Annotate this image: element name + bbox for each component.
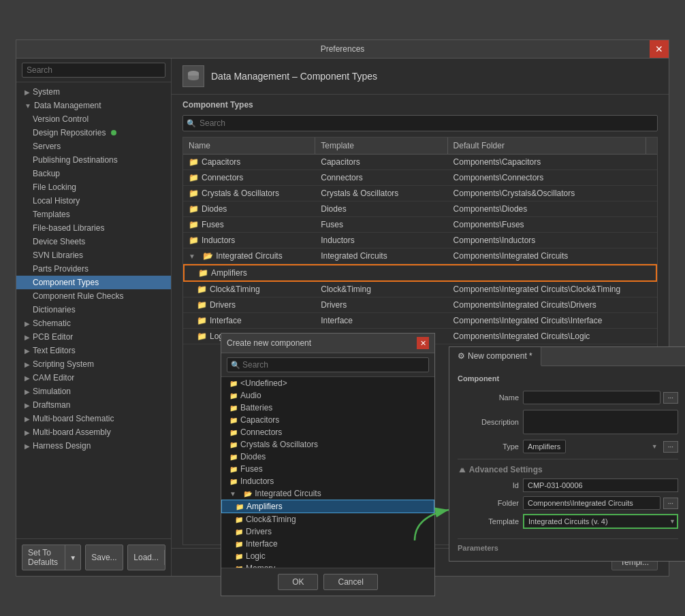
- set-to-defaults-button[interactable]: Set To Defaults ▼: [22, 545, 81, 570]
- nc-template-select[interactable]: Integrated Circuits (v. 4): [523, 514, 678, 529]
- nc-folder-input-row: ···: [523, 496, 678, 510]
- sidebar-item-draftsman[interactable]: ▶ Draftsman: [16, 398, 171, 412]
- table-row[interactable]: ▼ 📂Integrated Circuits Integrated Circui…: [183, 248, 657, 264]
- nc-id-input[interactable]: [523, 479, 678, 492]
- save-label[interactable]: Save...: [86, 550, 123, 565]
- create-ok-button[interactable]: OK: [278, 574, 318, 590]
- create-dialog-close[interactable]: ✕: [417, 337, 429, 349]
- sidebar-item-sim[interactable]: ▶ Simulation: [16, 385, 171, 398]
- nc-folder-input[interactable]: [523, 496, 660, 510]
- sidebar-item-cam[interactable]: ▶ CAM Editor: [16, 371, 171, 385]
- sidebar-item-device-sheets[interactable]: Device Sheets: [16, 235, 171, 248]
- sidebar-search-input[interactable]: [22, 63, 165, 78]
- nc-name-input[interactable]: [523, 391, 660, 404]
- table-row[interactable]: 📁Interface Interface Components\Integrat…: [183, 313, 657, 329]
- sidebar-item-system[interactable]: ▶ System: [16, 85, 171, 99]
- sidebar-item-svn-libraries[interactable]: SVN Libraries: [16, 248, 171, 262]
- nc-tab-new-component[interactable]: ⚙ New component *: [449, 347, 541, 366]
- create-cancel-button[interactable]: Cancel: [323, 574, 377, 590]
- sidebar-item-backup[interactable]: Backup: [16, 167, 171, 180]
- sidebar-item-scripting[interactable]: ▶ Scripting System: [16, 357, 171, 371]
- sidebar-item-local-history[interactable]: Local History: [16, 194, 171, 208]
- cell-name: 📁Diodes: [183, 201, 315, 216]
- create-search-input[interactable]: [227, 357, 429, 372]
- table-row[interactable]: 📁Connectors Connectors Components\Connec…: [183, 170, 657, 186]
- nc-desc-textarea[interactable]: [523, 410, 678, 434]
- sidebar-item-multiboard-sch[interactable]: ▶ Multi-board Schematic: [16, 412, 171, 425]
- nc-type-select[interactable]: Amplifiers: [523, 440, 566, 453]
- table-row[interactable]: 📁Diodes Diodes Components\Diodes: [183, 201, 657, 217]
- sidebar-label-sim: Simulation: [33, 387, 71, 396]
- nc-component-section: Component: [458, 374, 678, 383]
- cell-template: Diodes: [315, 201, 447, 216]
- title-bar: Preferences ✕: [16, 40, 669, 59]
- dtree-memory[interactable]: 📁Memory: [221, 562, 434, 568]
- sidebar-item-dicts[interactable]: Dictionaries: [16, 303, 171, 317]
- table-row[interactable]: 📁Clock&Timing Clock&Timing Components\In…: [183, 282, 657, 297]
- sidebar-item-publishing[interactable]: Publishing Destinations: [16, 153, 171, 167]
- folder-icon: 📁: [197, 285, 207, 294]
- database-icon: [187, 69, 200, 83]
- sidebar-item-harness[interactable]: ▶ Harness Design: [16, 439, 171, 453]
- table-row[interactable]: 📁Drivers Drivers Components\Integrated C…: [183, 297, 657, 313]
- dtree-undefined[interactable]: 📁<Undefined>: [221, 377, 434, 389]
- dtree-ic[interactable]: ▼ 📂Integrated Circuits: [221, 487, 434, 500]
- dtree-inductors[interactable]: 📁Inductors: [221, 475, 434, 487]
- dtree-diodes[interactable]: 📁Diodes: [221, 451, 434, 463]
- nc-name-dots-button[interactable]: ···: [663, 392, 678, 404]
- dtree-fuses[interactable]: 📁Fuses: [221, 463, 434, 475]
- dtree-batteries[interactable]: 📁Batteries: [221, 402, 434, 414]
- sidebar-item-component-types[interactable]: Component Types: [16, 276, 171, 289]
- sidebar-item-schematic[interactable]: ▶ Schematic: [16, 317, 171, 330]
- sidebar-item-text-editors[interactable]: ▶ Text Editors: [16, 344, 171, 357]
- save-arrow[interactable]: ▼: [123, 551, 124, 564]
- tree-arrow-scr: ▶: [25, 361, 30, 368]
- sidebar-item-version-control[interactable]: Version Control: [16, 112, 171, 126]
- dtree-crystals[interactable]: 📁Crystals & Oscillators: [221, 438, 434, 451]
- dtree-logic[interactable]: 📁Logic: [221, 550, 434, 562]
- col-scrollbar: [646, 137, 658, 154]
- load-arrow[interactable]: ▼: [165, 551, 165, 564]
- table-row[interactable]: 📁Capacitors Capacitors Components\Capaci…: [183, 155, 657, 170]
- table-row-amplifiers[interactable]: 📁Amplifiers: [183, 264, 657, 282]
- arrow-path: [415, 510, 449, 540]
- sidebar-item-data-management[interactable]: ▼ Data Management: [16, 99, 171, 112]
- set-defaults-arrow[interactable]: ▼: [65, 551, 80, 564]
- cell-scroll: [646, 186, 657, 201]
- sidebar-item-design-repos[interactable]: Design Repositories: [16, 126, 171, 140]
- load-label[interactable]: Load...: [128, 550, 165, 565]
- cell-scroll: [646, 313, 657, 328]
- save-button[interactable]: Save... ▼: [85, 545, 123, 570]
- nc-name-input-row: ···: [523, 391, 678, 404]
- search-icon: 🔍: [187, 119, 196, 128]
- set-defaults-label[interactable]: Set To Defaults: [22, 545, 65, 570]
- sidebar-item-multiboard-asm[interactable]: ▶ Multi-board Assembly: [16, 425, 171, 439]
- sidebar-item-file-libraries[interactable]: File-based Libraries: [16, 221, 171, 235]
- tree-arrow-hd: ▶: [25, 442, 30, 450]
- nc-folder-dots-button[interactable]: ···: [663, 498, 678, 509]
- dialog-close-button[interactable]: ✕: [650, 40, 669, 58]
- sidebar-label-local-history: Local History: [33, 196, 80, 206]
- sidebar-label-dr: Design Repositories: [33, 128, 106, 137]
- folder-icon-sm: 📁: [229, 441, 238, 449]
- nc-name-label: Name: [458, 393, 519, 402]
- sidebar-item-crc[interactable]: Component Rule Checks: [16, 289, 171, 303]
- cell-template: Inductors: [315, 233, 447, 248]
- load-button[interactable]: Load... ▼: [127, 545, 165, 570]
- expand-arrow: ▼: [189, 253, 195, 260]
- dtree-capacitors[interactable]: 📁Capacitors: [221, 414, 434, 426]
- nc-type-dots-button[interactable]: ···: [663, 441, 678, 453]
- tree-arrow-dm: ▼: [25, 102, 31, 110]
- cell-folder: Components\Integrated Circuits\Logic: [448, 329, 646, 344]
- sidebar-item-templates[interactable]: Templates: [16, 208, 171, 221]
- sidebar-item-file-locking[interactable]: File Locking: [16, 180, 171, 194]
- table-row[interactable]: 📁Crystals & Oscillators Crystals & Oscil…: [183, 186, 657, 201]
- dtree-audio[interactable]: 📁Audio: [221, 389, 434, 402]
- content-search-input[interactable]: [182, 115, 658, 131]
- table-row[interactable]: 📁Inductors Inductors Components\Inductor…: [183, 233, 657, 248]
- sidebar-item-parts-providers[interactable]: Parts Providers: [16, 262, 171, 276]
- sidebar-item-servers[interactable]: Servers: [16, 140, 171, 153]
- table-row[interactable]: 📁Fuses Fuses Components\Fuses: [183, 217, 657, 233]
- dtree-connectors[interactable]: 📁Connectors: [221, 426, 434, 438]
- sidebar-item-pcb[interactable]: ▶ PCB Editor: [16, 330, 171, 344]
